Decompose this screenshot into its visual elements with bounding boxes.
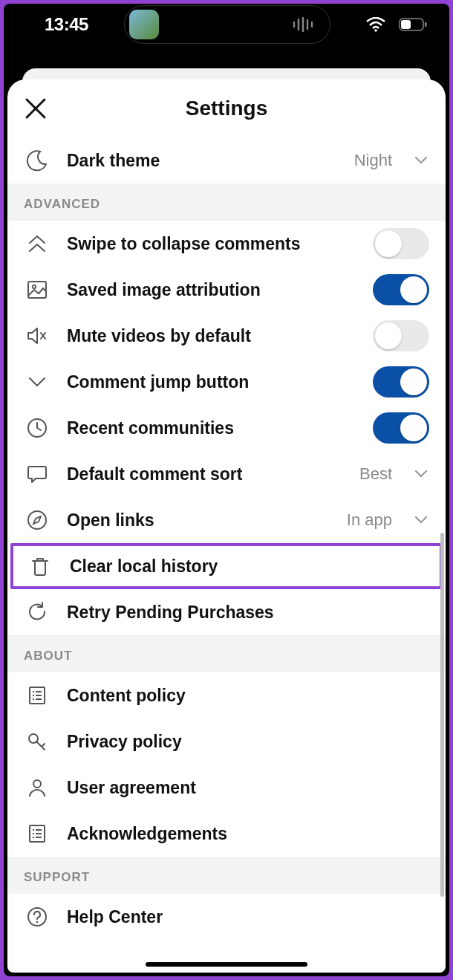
speaker-mute-icon bbox=[24, 322, 50, 349]
mute-videos-toggle[interactable] bbox=[373, 320, 429, 351]
svg-point-12 bbox=[28, 511, 46, 529]
svg-rect-7 bbox=[401, 20, 411, 29]
row-dark-theme[interactable]: Dark theme Night bbox=[7, 137, 446, 184]
image-icon bbox=[24, 276, 50, 303]
compass-icon bbox=[24, 507, 50, 533]
row-privacy-policy[interactable]: Privacy policy bbox=[7, 718, 446, 765]
help-center-label: Help Center bbox=[67, 907, 429, 927]
close-button[interactable] bbox=[21, 94, 50, 123]
svg-point-10 bbox=[33, 285, 36, 288]
document-list-icon bbox=[24, 682, 50, 709]
row-saved-attribution[interactable]: Saved image attribution bbox=[7, 267, 446, 313]
row-retry-purchases[interactable]: Retry Pending Purchases bbox=[7, 589, 446, 635]
clock-icon bbox=[24, 415, 50, 441]
svg-point-21 bbox=[33, 780, 41, 788]
page-title: Settings bbox=[7, 97, 446, 120]
svg-rect-9 bbox=[28, 282, 46, 298]
user-icon bbox=[24, 774, 50, 801]
scrollbar[interactable] bbox=[440, 533, 444, 897]
audio-waveform-icon bbox=[293, 17, 313, 32]
row-mute-videos[interactable]: Mute videos by default bbox=[7, 313, 446, 359]
clear-history-label: Clear local history bbox=[70, 556, 426, 577]
mute-videos-label: Mute videos by default bbox=[67, 326, 356, 346]
row-default-sort[interactable]: Default comment sort Best bbox=[7, 451, 446, 497]
document-list-icon bbox=[24, 820, 50, 847]
default-sort-value: Best bbox=[359, 464, 392, 484]
comment-jump-toggle[interactable] bbox=[373, 366, 429, 397]
dark-theme-value: Night bbox=[354, 151, 392, 170]
moon-icon bbox=[24, 147, 50, 174]
open-links-label: Open links bbox=[67, 510, 330, 530]
content-policy-label: Content policy bbox=[67, 686, 429, 706]
saved-attribution-toggle[interactable] bbox=[373, 274, 429, 305]
svg-point-5 bbox=[374, 29, 377, 32]
swipe-collapse-label: Swipe to collapse comments bbox=[67, 234, 356, 254]
acknowledgements-label: Acknowledgements bbox=[67, 824, 429, 844]
row-acknowledgements[interactable]: Acknowledgements bbox=[7, 811, 446, 857]
refresh-icon bbox=[24, 599, 50, 626]
section-about: ABOUT bbox=[7, 635, 446, 672]
double-chevron-up-icon bbox=[24, 230, 50, 257]
row-comment-jump[interactable]: Comment jump button bbox=[7, 359, 446, 405]
row-clear-history[interactable]: Clear local history bbox=[10, 543, 443, 589]
trash-icon bbox=[27, 553, 53, 580]
svg-point-30 bbox=[36, 921, 39, 924]
row-recent-communities[interactable]: Recent communities bbox=[7, 405, 446, 451]
row-content-policy[interactable]: Content policy bbox=[7, 672, 446, 718]
status-time: 13:45 bbox=[45, 14, 88, 35]
wifi-icon bbox=[366, 17, 385, 32]
section-support: SUPPORT bbox=[7, 857, 446, 894]
dark-theme-label: Dark theme bbox=[67, 151, 338, 171]
row-help-center[interactable]: Help Center bbox=[7, 894, 446, 940]
svg-rect-8 bbox=[425, 22, 427, 27]
svg-point-29 bbox=[28, 908, 46, 926]
key-icon bbox=[24, 728, 50, 755]
chevron-down-icon bbox=[413, 156, 429, 165]
chevron-down-icon bbox=[413, 516, 429, 525]
saved-attribution-label: Saved image attribution bbox=[67, 280, 356, 300]
open-links-value: In app bbox=[347, 510, 392, 530]
home-indicator[interactable] bbox=[146, 962, 307, 967]
app-icon bbox=[129, 10, 159, 39]
recent-communities-label: Recent communities bbox=[67, 418, 356, 438]
privacy-policy-label: Privacy policy bbox=[67, 732, 429, 752]
row-user-agreement[interactable]: User agreement bbox=[7, 765, 446, 811]
settings-sheet: Settings Dark theme Night ADVANCED Swipe… bbox=[7, 79, 446, 973]
battery-icon bbox=[399, 18, 427, 31]
user-agreement-label: User agreement bbox=[67, 778, 429, 798]
status-bar: 13:45 bbox=[4, 4, 449, 45]
close-icon bbox=[25, 97, 47, 120]
swipe-collapse-toggle[interactable] bbox=[373, 228, 429, 259]
retry-purchases-label: Retry Pending Purchases bbox=[67, 603, 429, 623]
sheet-header: Settings bbox=[7, 79, 446, 137]
dynamic-island bbox=[124, 5, 330, 44]
recent-communities-toggle[interactable] bbox=[373, 412, 429, 444]
row-swipe-collapse[interactable]: Swipe to collapse comments bbox=[7, 221, 446, 267]
row-open-links[interactable]: Open links In app bbox=[7, 497, 446, 543]
question-circle-icon bbox=[24, 903, 50, 930]
chevron-down-icon bbox=[413, 470, 429, 478]
chevron-down-large-icon bbox=[24, 369, 50, 395]
section-advanced: ADVANCED bbox=[7, 184, 446, 221]
default-sort-label: Default comment sort bbox=[67, 464, 343, 484]
comment-jump-label: Comment jump button bbox=[67, 372, 356, 392]
comment-icon bbox=[24, 461, 50, 487]
